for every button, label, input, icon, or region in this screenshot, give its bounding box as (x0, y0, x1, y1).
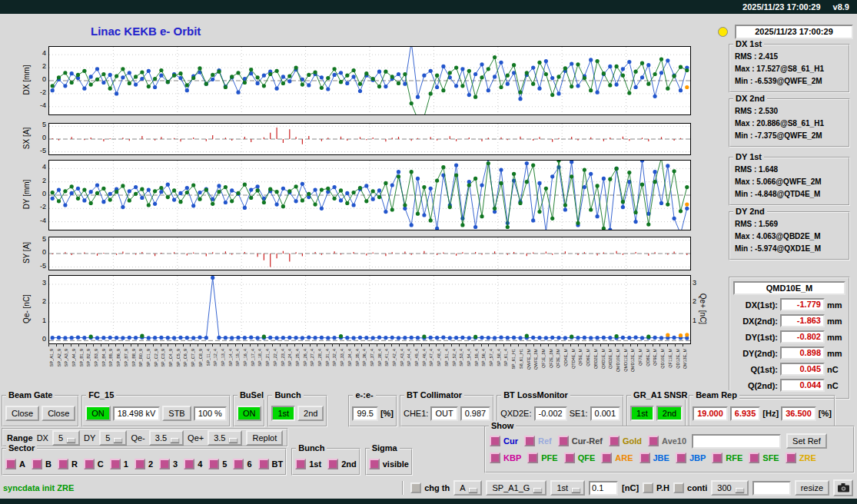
x-axis-label: SP_61_H1 (511, 349, 516, 370)
y-tick-label: -4 (34, 101, 46, 109)
monitor-row: Q(2nd):0.044nC (733, 379, 845, 392)
beam-gate-close-2-button[interactable]: Close (42, 406, 75, 421)
x-axis-label: SP_C5_9 (176, 349, 181, 367)
x-axis-label: SP_B5_9 (108, 349, 113, 366)
monitor-row-value: 0.044 (780, 379, 825, 392)
conti-checkbox[interactable]: conti (673, 482, 707, 493)
x-axis-label: QD8E_M (646, 349, 650, 366)
checkbox-indicator (233, 459, 244, 469)
chart-qe-plot-area[interactable] (48, 275, 691, 344)
show-jbe-checkbox[interactable]: JBE (639, 453, 669, 463)
fc15-stb-button[interactable]: STB (162, 406, 191, 421)
show-pfe-checkbox[interactable]: PFE (527, 453, 557, 463)
sector-c-checkbox[interactable]: C (84, 459, 104, 469)
chart-dy-plot-area[interactable] (48, 160, 691, 230)
sector-bt-checkbox[interactable]: BT (258, 459, 284, 469)
show-ave10-checkbox[interactable]: Ave10 (648, 436, 686, 446)
checkbox-label: ARE (615, 453, 633, 463)
checkbox-label: B (45, 459, 51, 469)
se1-display: 0.001 (590, 406, 621, 421)
range-dx-select[interactable]: 5 (52, 430, 80, 446)
monitor-row-unit: mm (827, 300, 842, 310)
beam-gate-close-1-button[interactable]: Close (5, 406, 39, 421)
se1-label: SE1: (570, 409, 588, 418)
checkbox-label: 2nd (341, 459, 357, 469)
sector-select[interactable]: A (453, 480, 482, 496)
stat-line: Max : 5.066@QWFE_2M (735, 176, 846, 188)
x-axis-label: SP_16_4 (243, 349, 247, 366)
bpm-select[interactable]: SP_A1_G (486, 480, 546, 496)
show-ref-checkbox[interactable]: Ref (524, 436, 552, 446)
snapshot-button[interactable] (833, 479, 853, 496)
chart-sy-plot-area[interactable] (48, 237, 691, 270)
x-axis-label: QF9E_M (653, 349, 657, 366)
threshold-unit: [nC] (622, 483, 639, 492)
sector-b-checkbox[interactable]: B (32, 459, 51, 469)
checkbox-indicator (369, 459, 380, 469)
show-regions-checkboxes: KBPPFEQFEAREJBEJBPRFESFEZRE (490, 453, 816, 463)
show-gold-checkbox[interactable]: Gold (609, 436, 642, 446)
range-qem-select[interactable]: 3.5 (149, 430, 184, 446)
fc15-on-button[interactable]: ON (85, 406, 111, 421)
sector-1-checkbox[interactable]: 1 (110, 459, 128, 469)
checkbox-indicator (609, 436, 619, 446)
replot-button[interactable]: Replot (246, 430, 283, 446)
busel-on-button[interactable]: ON (237, 406, 262, 421)
x-axis-label: SP_12_4 (213, 349, 218, 366)
x-axis-label: QXD2E_M (608, 349, 613, 369)
x-axis-label: SP_24_4 (287, 349, 292, 366)
x-axis-label: SP_52_4 (452, 349, 457, 366)
monitor-row-value: -1.863 (780, 314, 825, 327)
show-cur-checkbox[interactable]: Cur (490, 436, 518, 446)
bunch-2nd-button[interactable]: 2nd (297, 406, 324, 421)
threshold-input[interactable] (589, 481, 618, 496)
sector-4-checkbox[interactable]: 4 (184, 459, 202, 469)
monitor-row-value: -0.802 (780, 330, 825, 343)
show-sfe-checkbox[interactable]: SFE (749, 453, 779, 463)
che1-display: OUT (430, 406, 457, 421)
range-qep-select[interactable]: 3.5 (208, 430, 242, 446)
sector-2-checkbox[interactable]: 2 (135, 459, 153, 469)
bunch-1st-checkbox[interactable]: 1st (295, 459, 321, 469)
gr-a1-2nd-button[interactable]: 2nd (656, 406, 683, 421)
set-ref-button[interactable]: Set Ref (786, 433, 827, 449)
bunch-2nd-checkbox[interactable]: 2nd (327, 459, 357, 469)
option-menu-indicator-icon (114, 438, 122, 443)
sector-6-checkbox[interactable]: 6 (233, 459, 251, 469)
chg-th-checkbox[interactable]: chg th (410, 482, 450, 493)
show-qfe-checkbox[interactable]: QFE (564, 453, 596, 463)
bunch-1st-button[interactable]: 1st (271, 406, 295, 421)
x-axis-label: SP_21_4 (265, 349, 270, 366)
show-are-checkbox[interactable]: ARE (601, 453, 633, 463)
interval-select[interactable]: 300 (711, 480, 748, 496)
checkbox-indicator (639, 453, 650, 463)
blank-input[interactable] (752, 481, 791, 496)
range-dy-select[interactable]: 5 (99, 430, 127, 446)
monitor-row-unit: mm (827, 317, 842, 326)
ref-name-input[interactable] (692, 434, 781, 449)
y-tick-label: 4 (34, 49, 46, 57)
chart-sx-plot-area[interactable] (48, 123, 691, 155)
show-curref-checkbox[interactable]: Cur-Ref (558, 436, 603, 446)
divider (402, 481, 404, 495)
show-jbp-checkbox[interactable]: JBP (676, 453, 706, 463)
show-zre-checkbox[interactable]: ZRE (786, 453, 816, 463)
gr-a1-1st-button[interactable]: 1st (630, 406, 654, 421)
bottom-bar (0, 499, 857, 504)
show-kbp-checkbox[interactable]: KBP (490, 453, 521, 463)
ph-checkbox[interactable]: P.H (643, 482, 669, 493)
sector-3-checkbox[interactable]: 3 (159, 459, 178, 469)
show-rfe-checkbox[interactable]: RFE (712, 453, 742, 463)
sector-5-checkbox[interactable]: 5 (208, 459, 227, 469)
chart-dx-plot-area[interactable] (48, 46, 691, 115)
bunch-select[interactable]: 1st (550, 480, 585, 496)
sigma-visible-checkbox[interactable]: visible (369, 459, 409, 469)
monitor-box: QMD10E_M DX(1st):-1.779mmDX(2nd):-1.863m… (729, 277, 850, 400)
x-axis-label: SP_45_4 (414, 349, 419, 366)
sector-a-checkbox[interactable]: A (5, 459, 25, 469)
sector-r-checkbox[interactable]: R (58, 459, 78, 469)
resize-button[interactable]: resize (795, 480, 829, 496)
option-menu-indicator-icon (572, 488, 580, 492)
stat-group-dx-1st: DX 1stRMS : 2.415Max : 17.527@S8_61_H1Mi… (729, 44, 850, 93)
stat-line: RMS : 2.415 (735, 51, 846, 63)
